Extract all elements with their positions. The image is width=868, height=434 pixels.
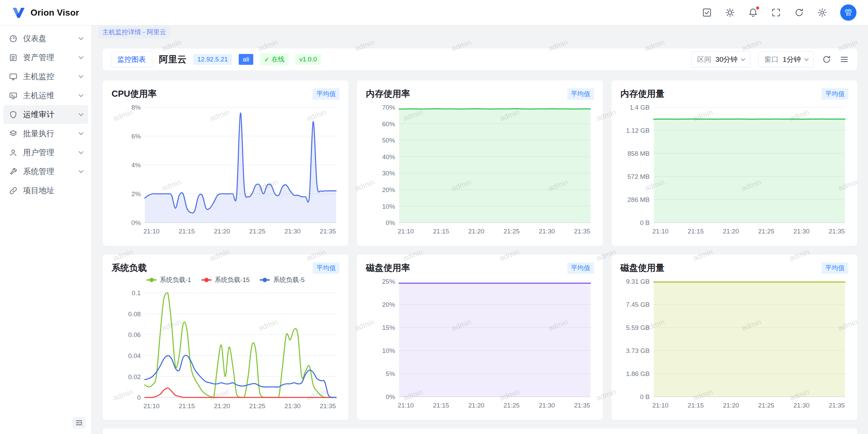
interval-select[interactable]: 区间 30分钟 [691,51,750,68]
task-check-icon[interactable] [702,7,712,18]
svg-text:21:25: 21:25 [758,228,774,235]
sidebar-item-batch-exec[interactable]: 批量执行 [3,124,88,143]
sidebar-item-ops-audit[interactable]: 运维审计 [3,105,88,124]
legend-item[interactable]: 系统负载-5 [260,276,304,284]
terminal-monitor-icon [9,91,18,100]
svg-text:21:20: 21:20 [723,228,739,235]
sidebar-item-assets[interactable]: 资产管理 [3,48,88,67]
memory-usage-rate-chart: 0%10%20%30%40%50%60%70%21:1021:1521:2021… [366,102,594,238]
svg-text:0%: 0% [386,219,395,226]
svg-text:6%: 6% [132,133,141,140]
sidebar: 仪表盘 资产管理 主机监控 主机运维 运维审计 批量执行 [0,25,92,434]
layers-icon [9,129,18,138]
chevron-down-icon [79,35,83,40]
sidebar-item-system-management[interactable]: 系统管理 [3,162,88,181]
settings-gear-icon[interactable] [817,7,827,18]
sidebar-item-host-monitoring[interactable]: 主机监控 [3,67,88,86]
svg-text:10%: 10% [382,347,395,354]
svg-text:25%: 25% [382,278,395,285]
svg-text:21:20: 21:20 [468,228,485,235]
legend-item[interactable]: 系统负载-15 [201,276,250,284]
breadcrumb-chip: 主机监控详情 - 阿里云 [98,26,171,38]
svg-text:60%: 60% [382,120,395,128]
window-select[interactable]: 窗口 1分钟 [758,51,814,68]
disk-usage-amount-chart: 0 B1.86 GB3.73 GB5.59 GB7.45 GB9.31 GB21… [620,276,848,412]
svg-text:0.02: 0.02 [128,373,141,380]
svg-text:10%: 10% [382,203,395,210]
user-avatar[interactable]: 管 [840,4,856,21]
refresh-charts-icon[interactable] [822,55,831,64]
orion-visor-logo-icon [12,5,26,20]
legend-item[interactable]: 系统负载-1 [146,276,191,284]
chevron-down-icon [79,168,83,173]
svg-text:70%: 70% [382,104,395,111]
svg-text:2%: 2% [132,190,141,197]
legend-label: 系统负载-1 [160,276,191,284]
svg-text:1.4 GB: 1.4 GB [630,104,650,111]
sidebar-item-user-management[interactable]: 用户管理 [3,143,88,162]
svg-text:572 MB: 572 MB [627,173,649,180]
sidebar-item-project-link[interactable]: 项目地址 [3,181,88,200]
theme-sun-icon[interactable] [725,7,735,18]
svg-text:21:20: 21:20 [214,402,230,410]
legend-marker [201,279,212,281]
svg-text:5%: 5% [386,370,395,377]
host-version-tag: v1.0.0 [295,54,321,65]
sidebar-item-dashboard[interactable]: 仪表盘 [3,29,88,48]
svg-text:21:35: 21:35 [829,228,845,235]
svg-text:21:35: 21:35 [574,228,590,235]
fullscreen-icon[interactable] [771,7,781,18]
window-value: 1分钟 [783,55,801,64]
content: 监控图表 阿里云 12.92.5.21 ali ✓ 在线 v1.0.0 区间 3… [92,39,868,434]
svg-text:21:30: 21:30 [284,402,301,410]
sidebar-item-label: 资产管理 [23,52,54,63]
shield-icon [9,110,18,119]
sidebar-item-host-ops[interactable]: 主机运维 [3,86,88,105]
svg-text:21:10: 21:10 [398,228,414,235]
svg-text:3.73 GB: 3.73 GB [626,347,650,354]
svg-text:40%: 40% [382,153,395,161]
svg-text:286 MB: 286 MB [627,196,649,203]
chart-layout-list-icon[interactable] [840,55,849,64]
average-badge: 平均值 [567,88,594,100]
svg-text:21:10: 21:10 [143,228,160,235]
status-label: 在线 [272,55,284,64]
chevron-down-icon [79,130,83,135]
svg-text:21:30: 21:30 [539,228,555,235]
svg-text:858 MB: 858 MB [627,150,649,157]
chart-title: CPU使用率 [112,88,157,100]
cpu-usage-chart: 0%2%4%6%8%21:1021:1521:2021:2521:3021:35 [112,102,339,238]
host-name: 阿里云 [159,53,186,65]
notification-bell-icon[interactable] [748,7,758,18]
svg-text:21:30: 21:30 [539,402,555,409]
monitor-chart-button[interactable]: 监控图表 [111,51,152,68]
svg-text:1.12 GB: 1.12 GB [626,127,650,134]
svg-text:21:20: 21:20 [214,228,230,235]
host-status-tag: ✓ 在线 [260,53,289,65]
svg-text:21:35: 21:35 [320,228,336,235]
svg-text:0%: 0% [386,393,395,400]
chart-legend: 系统负载-1系统负载-15系统负载-5 [112,275,339,285]
tool-wrench-icon [9,167,18,176]
chart-card-memory-usage-amount: 内存使用量 平均值 0 B286 MB572 MB858 MB1.12 GB1.… [612,80,857,246]
memory-usage-amount-chart: 0 B286 MB572 MB858 MB1.12 GB1.4 GB21:102… [620,102,848,238]
sidebar-collapse-button[interactable] [73,417,85,429]
svg-text:21:20: 21:20 [468,402,485,409]
host-header-card: 监控图表 阿里云 12.92.5.21 ali ✓ 在线 v1.0.0 区间 3… [103,49,857,70]
svg-text:20%: 20% [382,186,395,193]
system-load-chart: 00.020.040.060.080.121:1021:1521:2021:25… [112,287,339,412]
svg-text:21:25: 21:25 [249,402,265,410]
check-icon: ✓ [264,56,270,63]
sidebar-item-label: 运维审计 [23,109,54,120]
svg-text:21:15: 21:15 [433,228,449,235]
svg-text:21:15: 21:15 [179,228,195,235]
chevron-down-icon [79,92,83,97]
chevron-down-icon [79,54,83,59]
svg-text:0: 0 [137,394,141,401]
interval-value: 30分钟 [715,55,737,64]
svg-text:21:30: 21:30 [284,228,301,235]
chart-title: 磁盘使用率 [366,262,410,274]
chevron-down-icon [804,57,809,61]
refresh-icon[interactable] [794,7,804,18]
svg-text:21:10: 21:10 [143,402,160,410]
